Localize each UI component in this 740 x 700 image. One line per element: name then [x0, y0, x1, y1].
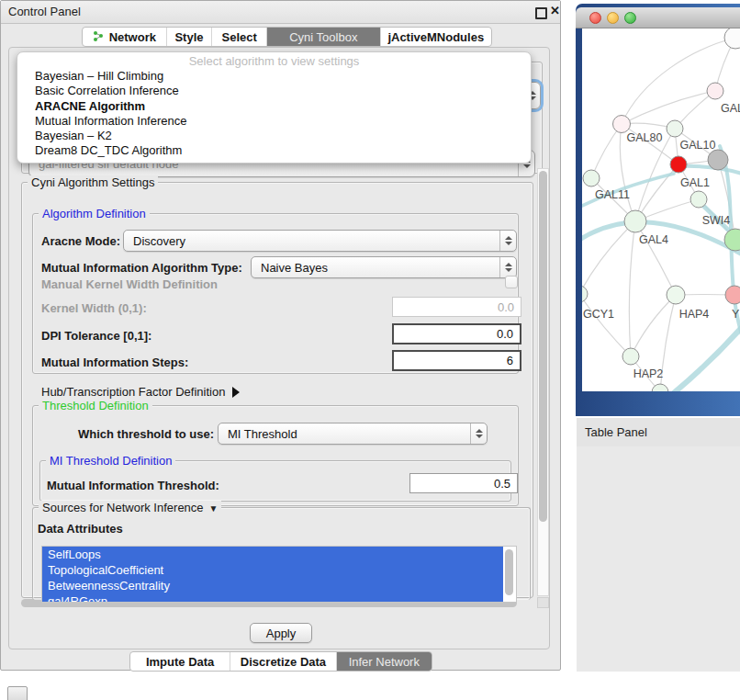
network-node-label: HAP4 [679, 308, 710, 321]
tab-jactivemnodules[interactable]: jActiveMNodules [381, 28, 491, 46]
kernel-width-value: 0.0 [498, 300, 514, 314]
mi-threshold-label: Mutual Information Threshold: [47, 479, 219, 492]
network-node-gal10[interactable] [667, 120, 683, 137]
network-edge[interactable] [622, 91, 715, 124]
table-panel-title: Table Panel [585, 425, 647, 439]
tab-select-label: Select [222, 30, 257, 44]
attributes-scrollbar-thumb[interactable] [505, 549, 513, 595]
network-edge[interactable] [591, 124, 622, 178]
hub-definition-label: Hub/Transcription Factor Definition [41, 385, 225, 399]
network-window-titlebar[interactable] [576, 7, 740, 28]
control-panel: Control Panel ✕ Network Style Select Cyn… [0, 0, 561, 671]
tab-infer-network[interactable]: Infer Network [337, 652, 432, 671]
minimized-panel-icon[interactable] [7, 686, 28, 700]
float-window-icon[interactable] [535, 7, 547, 19]
kernel-width-field[interactable]: 0.0 [392, 297, 521, 317]
threshold-definition-title: Threshold Definition [39, 399, 152, 412]
tab-style[interactable]: Style [167, 28, 213, 46]
network-node[interactable] [708, 150, 728, 170]
mi-algorithm-type-combo[interactable]: Naive Bayes [251, 256, 517, 278]
aracne-mode-label: Aracne Mode: [41, 234, 120, 248]
attribute-list-item[interactable]: BetweennessCentrality [42, 578, 503, 593]
network-node-gal4[interactable] [624, 210, 646, 232]
manual-kernel-width-label: Manual Kernel Width Definition [41, 277, 218, 291]
network-node-gal80[interactable] [613, 116, 631, 133]
mi-threshold-field[interactable]: 0.5 [409, 473, 518, 493]
which-threshold-combo[interactable]: MI Threshold [218, 423, 488, 445]
network-node-label: GAL4 [639, 233, 668, 246]
collapse-down-icon: ▼ [209, 503, 219, 514]
mi-algorithm-type-label: Mutual Information Algorithm Type: [41, 261, 242, 275]
aracne-mode-value: Discovery [133, 234, 185, 248]
network-node-y[interactable] [725, 286, 740, 304]
network-canvas[interactable]: GALGAL80GAL10GAL1GAL11SWI4GAL4GCY1HAP4YH… [582, 28, 740, 391]
algorithm-option[interactable]: Basic Correlation Inference [17, 84, 531, 98]
scrollbar-corner [537, 597, 549, 608]
network-node-gal[interactable] [707, 83, 723, 99]
minimize-traffic-light-icon[interactable] [607, 12, 619, 24]
network-node-label: GAL11 [595, 188, 630, 201]
algorithm-option[interactable]: ARACNE Algorithm [17, 99, 531, 114]
attribute-list-item[interactable]: TopologicalCoefficient [42, 562, 503, 578]
zoom-traffic-light-icon[interactable] [624, 12, 636, 24]
dpi-tolerance-label: DPI Tolerance [0,1]: [41, 329, 151, 343]
sources-title: Sources for Network Inference▼ [39, 501, 221, 515]
tab-infer-network-label: Infer Network [349, 655, 420, 669]
algorithm-option[interactable]: Mutual Information Inference [17, 114, 531, 129]
network-edge-thick[interactable] [670, 317, 740, 391]
network-edge[interactable] [635, 221, 676, 295]
manual-kernel-width-checkbox[interactable] [505, 276, 518, 288]
tab-discretize-data-label: Discretize Data [241, 655, 326, 669]
algorithm-option[interactable]: Bayesian – K2 [17, 129, 531, 143]
network-edge[interactable] [582, 294, 631, 356]
network-node-hap4[interactable] [667, 286, 685, 304]
kernel-width-label: Kernel Width (0,1): [41, 301, 147, 315]
expand-right-icon [232, 387, 240, 398]
network-edge[interactable] [629, 221, 635, 356]
apply-button[interactable]: Apply [250, 623, 312, 643]
network-node-gal1[interactable] [670, 156, 687, 173]
control-panel-tabbar: Network Style Select Cyni Toolbox jActiv… [82, 27, 492, 47]
tab-select[interactable]: Select [212, 28, 267, 46]
dpi-tolerance-field[interactable]: 0.0 [392, 323, 521, 344]
tab-jactivemnodules-label: jActiveMNodules [387, 30, 484, 44]
network-node-label: GAL1 [680, 176, 710, 189]
network-node[interactable] [724, 28, 740, 49]
tab-network[interactable]: Network [83, 28, 167, 46]
tab-discretize-data[interactable]: Discretize Data [230, 652, 336, 671]
tab-cyni-toolbox-label: Cyni Toolbox [289, 30, 357, 44]
tab-impute-data[interactable]: Impute Data [130, 652, 230, 671]
aracne-mode-combo[interactable]: Discovery [123, 230, 517, 252]
attribute-list-item[interactable]: gal4RGexp [42, 593, 503, 603]
network-node-label: GAL80 [627, 131, 663, 144]
network-node-gcy1[interactable] [582, 286, 588, 302]
mi-steps-field[interactable]: 6 [392, 350, 521, 371]
dropdown-item-list: Bayesian – Hill ClimbingBasic Correlatio… [17, 69, 531, 159]
combo-stepper-icon [499, 257, 516, 277]
algorithm-dropdown: Select algorithm to view settings Bayesi… [17, 51, 532, 164]
algorithm-option[interactable]: Bayesian – Hill Climbing [17, 69, 531, 84]
control-panel-title: Control Panel [8, 5, 81, 18]
network-edge-thick[interactable] [678, 166, 740, 175]
network-node-gal11[interactable] [583, 170, 600, 186]
algorithm-option[interactable]: Dream8 DC_TDC Algorithm [17, 143, 531, 158]
control-panel-titlebar: Control Panel ✕ [1, 1, 560, 24]
tab-network-label: Network [109, 30, 156, 44]
mi-algorithm-type-value: Naive Bayes [261, 261, 328, 275]
table-panel: ⚙ ✓✓ shared... name A YDL19...YDL19...13… [577, 446, 740, 672]
tab-cyni-toolbox[interactable]: Cyni Toolbox [267, 28, 380, 46]
cyni-settings-title: Cyni Algorithm Settings [28, 175, 158, 189]
hub-definition-expander[interactable]: Hub/Transcription Factor Definition [41, 385, 240, 399]
close-icon[interactable]: ✕ [550, 4, 560, 17]
attribute-list-item[interactable]: SelfLoops [42, 547, 503, 562]
data-attributes-list[interactable]: SelfLoopsTopologicalCoefficientBetweenne… [41, 546, 517, 603]
table-panel-titlebar: Table Panel [577, 418, 740, 447]
settings-vscrollbar-thumb[interactable] [539, 171, 547, 522]
close-traffic-light-icon[interactable] [589, 12, 601, 24]
dropdown-hint: Select algorithm to view settings [17, 52, 531, 69]
network-node-hap2[interactable] [622, 348, 639, 365]
network-node-swi4[interactable] [690, 191, 707, 208]
algorithm-definition-title: Algorithm Definition [39, 207, 150, 220]
mi-threshold-definition-title: MI Threshold Definition [46, 454, 175, 468]
combo-stepper-icon [499, 231, 516, 251]
